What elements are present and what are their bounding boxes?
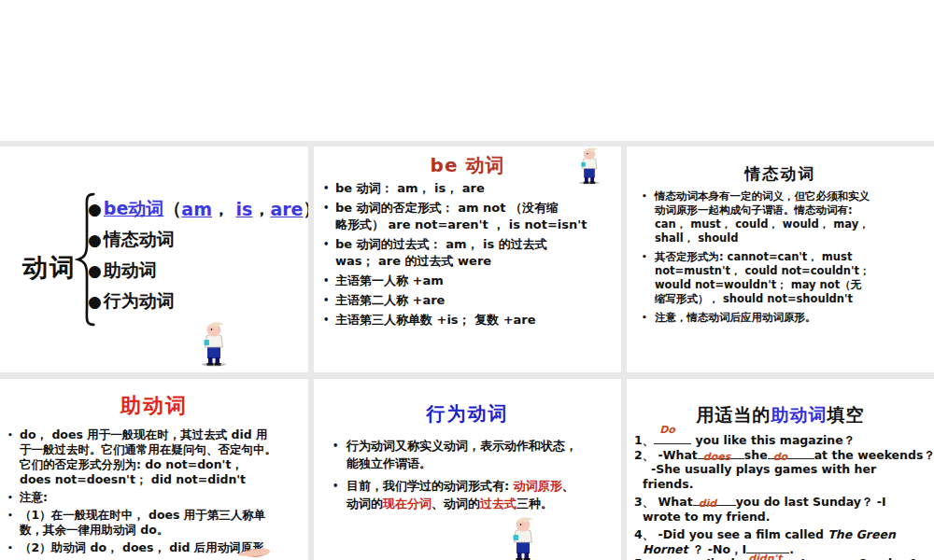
question-text: you like this magazine？ <box>691 433 855 447</box>
bullet-text: do， does 用于一般现在时，其过去式 did 用 <box>20 427 268 442</box>
question-5: 5、Jim have a party every Sunday？ <box>634 556 933 560</box>
bullet-text: 主语第一人称 +am <box>335 273 444 289</box>
title-text: 填空 <box>828 404 865 425</box>
bullet-text: 缩写形式）， should not=shouldn't <box>655 292 853 305</box>
pointing-hand-icon <box>235 545 273 560</box>
highlight-present-participle: 现在分词 <box>383 497 432 511</box>
question-2-line2: -She usually plays games with her <box>634 462 933 477</box>
question-number: 4、 <box>634 527 654 541</box>
paren: ） <box>304 197 309 221</box>
bullet-item: •be 动词的否定形式： am not （没有缩 略形式） are not=ar… <box>323 200 619 233</box>
bullet-text: 、动词的 <box>432 497 480 511</box>
slide-grid: 动词 ● be动词（am， is，are） ● 情态动词 ● 助动词 ● 行为动… <box>0 141 934 560</box>
bullet-item: •目前，我们学过的动词形式有: 动词原形、 动词的现在分词、动词的过去式三种。 <box>333 477 617 512</box>
bullet-text: would not=wouldn't； may not（无 <box>655 278 861 291</box>
question-text: . <box>789 542 794 556</box>
answer-blank: Do <box>654 434 691 444</box>
list-item-be-verb[interactable]: ● be动词（am， is，are） <box>88 193 308 224</box>
bullet-item: •注意，情态动词后应用动词原形。 <box>642 311 932 325</box>
be-verb-link-are[interactable]: are <box>270 199 303 219</box>
verb-type-list: ● be动词（am， is，are） ● 情态动词 ● 助动词 ● 行为动词 <box>88 193 308 316</box>
bullet-text: 注意，情态动词后应用动词原形。 <box>655 311 816 325</box>
exercise-list: 1、Do you like this magazine？ 2、 -Whatdoe… <box>634 433 933 560</box>
bullet-item: •主语第二人称 +are <box>323 292 619 309</box>
list-item-label: 情态动词 <box>104 228 175 252</box>
slide-thumbnail-1[interactable]: 动词 ● be动词（am， is，are） ● 情态动词 ● 助动词 ● 行为动… <box>0 147 308 372</box>
bullet-dot: ● <box>88 292 102 311</box>
list-item-modal-verb: ● 情态动词 <box>88 224 308 255</box>
slide-title-auxiliary-verb: 助动词 <box>0 392 308 420</box>
bullet-item: •do， does 用于一般现在时，其过去式 did 用 于一般过去时。它们通常… <box>7 427 307 487</box>
slide-sorter-page: { "colors": { "gutter": "#e9e9e9", "slid… <box>0 0 934 560</box>
bullet-dot: ● <box>88 231 102 249</box>
bullet-item: •be 动词： am， is， are <box>323 180 619 197</box>
slide-thumbnail-3[interactable]: 情态动词 •情态动词本身有一定的词义，但它必须和实义 动词原形一起构成句子谓语。… <box>627 147 934 372</box>
title-highlight-auxiliary: 助动词 <box>771 404 828 425</box>
person-clipart-icon <box>196 322 232 367</box>
bullet-item: •主语第三人称单数 +is； 复数 +are <box>323 312 619 329</box>
list-item-label: 助动词 <box>104 259 157 283</box>
bullet-text: does not=doesn't； did not=didn't <box>20 472 246 486</box>
question-2: 2、 -Whatdoesshedoat the weekends？ <box>634 448 933 463</box>
question-text: -She usually plays games with her <box>651 462 876 476</box>
bullet-item: •（1）在一般现在时中， does 用于第三人称单 数，其余一律用助动词 do。 <box>7 508 307 538</box>
be-verb-link[interactable]: be动词 <box>104 197 164 221</box>
question-3: 3、 Whatdidyou do last Sunday？ -I <box>634 495 933 510</box>
list-item-action-verb: ● 行为动词 <box>88 286 308 316</box>
bullet-text: 动词的 <box>347 497 383 511</box>
bullet-text: 、 <box>562 479 574 493</box>
bullet-text: shall， should <box>655 231 738 245</box>
question-text: you do last Sunday？ -I <box>736 495 886 509</box>
bullet-text: can， must， could， would， may， <box>655 217 870 231</box>
question-2-line3: friends. <box>634 477 933 492</box>
be-verb-link-am[interactable]: am <box>181 199 212 219</box>
slide-thumbnail-4[interactable]: 助动词 •do， does 用于一般现在时，其过去式 did 用 于一般过去时。… <box>0 379 308 560</box>
question-text: at the weekends？ <box>814 448 934 462</box>
answer-blank: did <box>693 496 736 506</box>
be-verb-link-is[interactable]: is <box>236 199 253 219</box>
bullet-text: 主语第二人称 +are <box>335 292 445 309</box>
question-text: -What <box>654 448 698 462</box>
question-1: 1、Do you like this magazine？ <box>634 433 933 448</box>
slide-thumbnail-6[interactable]: 用适当的助动词填空 1、Do you like this magazine？ 2… <box>627 379 934 560</box>
bullet-text: be 动词的过去式： am， is 的过去式 <box>335 236 547 253</box>
bullet-dot: ● <box>88 261 102 280</box>
question-4-line2: Hornet ？ -No，Ididn't. <box>634 542 933 557</box>
list-item-auxiliary-verb: ● 助动词 <box>88 255 308 286</box>
bullet-item: •其否定形式为: cannot=can't， must not=mustn't，… <box>642 250 932 306</box>
slide-body: •情态动词本身有一定的词义，但它必须和实义 动词原形一起构成句子谓语。情态动词有… <box>642 189 932 325</box>
bullet-dot: ● <box>88 200 102 218</box>
slide-body: •行为动词又称实义动词，表示动作和状态， 能独立作谓语。 •目前，我们学过的动词… <box>333 437 617 512</box>
film-title-italic: The Green <box>828 527 896 541</box>
bullet-text: be 动词： am， is， are <box>335 180 485 197</box>
question-number: 3、 <box>634 495 654 509</box>
handwritten-answer: does <box>703 450 730 465</box>
bullet-text: be 动词的否定形式： am not （没有缩 <box>335 200 559 217</box>
slide-title-modal-verb: 情态动词 <box>627 163 934 185</box>
bullet-text: was； are 的过去式 were <box>335 254 491 268</box>
bullet-item: •be 动词的过去式： am， is 的过去式 was； are 的过去式 we… <box>323 236 619 270</box>
question-number: 5、 <box>634 556 654 560</box>
bullet-item: •注意: <box>7 490 307 505</box>
slide-thumbnail-2[interactable]: be 动词 •be 动词： am， is， are •be 动词的否定形式： a… <box>314 147 621 372</box>
question-text: What <box>654 495 692 509</box>
bullet-text: 略形式） are not=aren't ， is not=isn't <box>335 217 587 231</box>
bullet-text: （1）在一般现在时中， does 用于第三人称单 <box>20 508 265 523</box>
question-number: 2、 <box>634 448 654 462</box>
comma: ， <box>212 197 230 221</box>
slide-title-action-verb: 行为动词 <box>314 401 621 427</box>
bullet-text: not=mustn't， could not=couldn't； <box>655 264 870 277</box>
answer-blank: didn't <box>746 543 789 553</box>
answer-blank: do <box>768 449 814 459</box>
answer-blank: does <box>698 449 744 459</box>
bullet-text: 数，其余一律用助动词 do。 <box>20 523 168 537</box>
bullet-item: •主语第一人称 +am <box>323 273 619 289</box>
bullet-text: 目前，我们学过的动词形式有: <box>347 479 514 493</box>
question-3-line2: wrote to my friend. <box>634 510 933 525</box>
bullet-text: 它们的否定形式分别为: do not=don't， <box>20 457 243 471</box>
question-text: wrote to my friend. <box>643 510 771 524</box>
handwritten-answer: do <box>773 450 787 465</box>
slide-thumbnail-5[interactable]: 行为动词 •行为动词又称实义动词，表示动作和状态， 能独立作谓语。 •目前，我们… <box>314 379 621 560</box>
verb-root-label: 动词 <box>22 251 77 285</box>
question-text: -Did you see a film called <box>654 527 828 541</box>
